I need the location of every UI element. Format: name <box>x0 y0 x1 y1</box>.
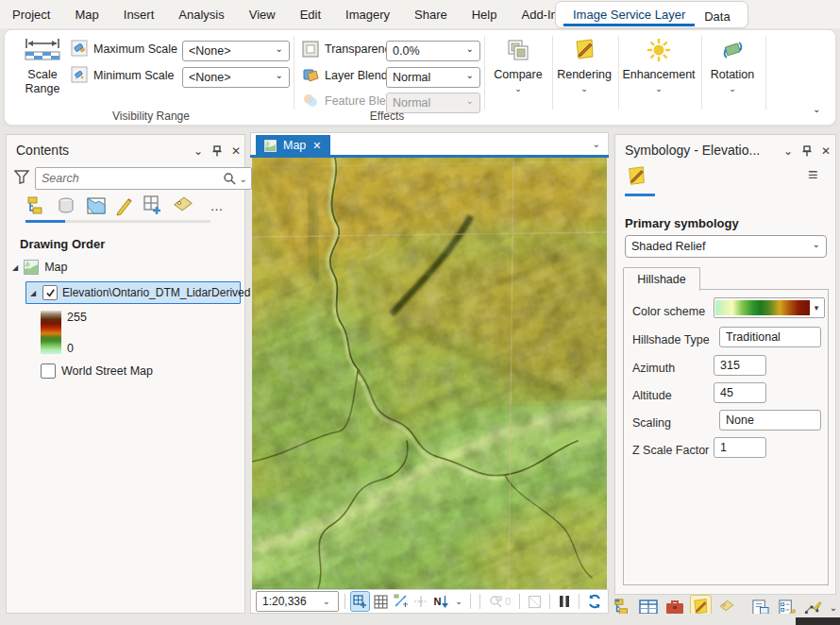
menu-project[interactable]: Project <box>0 0 62 28</box>
altitude-input[interactable] <box>714 382 766 403</box>
grid-button[interactable] <box>372 592 390 611</box>
scale-range-button[interactable]: Scale Range <box>16 38 69 117</box>
map-tab-bar: Map ✕ ⌄ <box>250 132 609 157</box>
more-tabs-ellipsis[interactable]: … <box>203 194 231 218</box>
tree-item-label: World Street Map <box>61 364 153 378</box>
menu-analysis[interactable]: Analysis <box>166 0 236 28</box>
expander-icon[interactable]: ◢ <box>12 263 18 272</box>
color-scheme-gradient <box>715 300 810 315</box>
toolbar-separator <box>479 594 480 609</box>
rendering-icon <box>572 38 596 62</box>
menu-hamburger-icon[interactable]: ≡ <box>808 165 818 185</box>
cache-status-button[interactable]: 0 <box>486 592 514 611</box>
pause-drawing-button[interactable] <box>556 592 574 611</box>
tab-image-service-layer[interactable]: Image Service Layer <box>563 3 695 26</box>
symbology-method-tab[interactable] <box>625 165 655 196</box>
map-scale-input[interactable] <box>260 594 323 609</box>
search-scope-chevron[interactable]: ⌄ <box>240 174 247 184</box>
color-scheme-dropdown[interactable]: ▾ <box>714 297 825 318</box>
search-input[interactable] <box>40 171 223 186</box>
chevron-down-icon: ⌄ <box>323 597 330 606</box>
search-icon[interactable] <box>223 172 236 185</box>
compare-button[interactable]: Compare ⌄ <box>488 38 548 117</box>
transparency-dropdown[interactable]: 0.0% <box>386 41 480 61</box>
z-scale-factor-label: Z Scale Factor <box>632 444 709 457</box>
scale-range-icon <box>24 38 61 62</box>
maximum-scale-label: Maximum Scale <box>93 42 177 56</box>
menu-view[interactable]: View <box>237 0 288 28</box>
visibility-range-group-label: Visibility Range <box>42 110 260 123</box>
maximum-scale-dropdown[interactable]: <None> <box>182 41 290 61</box>
menu-map[interactable]: Map <box>62 0 110 28</box>
pin-icon[interactable] <box>212 145 222 157</box>
tab-editing[interactable] <box>110 194 139 218</box>
map-view-tab[interactable]: Map ✕ <box>256 135 330 156</box>
hillshade-tab[interactable]: Hillshade <box>623 267 700 291</box>
collapse-ribbon-chevron[interactable]: ⌄ <box>813 104 820 114</box>
enhancement-icon <box>647 38 671 62</box>
tab-labeling[interactable] <box>169 194 197 218</box>
azimuth-input[interactable] <box>714 355 766 376</box>
menu-insert[interactable]: Insert <box>111 0 167 28</box>
filter-icon[interactable] <box>14 170 29 184</box>
close-icon[interactable]: ✕ <box>821 144 831 158</box>
close-icon[interactable]: ✕ <box>312 140 321 152</box>
north-arrow-button[interactable]: N <box>433 592 451 611</box>
layer-visibility-checkbox[interactable] <box>42 285 58 300</box>
map-scale-combo[interactable]: ⌄ <box>256 591 339 612</box>
refresh-button[interactable] <box>585 592 603 611</box>
menu-imagery[interactable]: Imagery <box>333 0 402 28</box>
group-divider <box>765 36 766 110</box>
dock-overflow-chevron[interactable]: ⌄ <box>830 602 837 613</box>
hillshade-type-input[interactable] <box>719 327 821 347</box>
snap-crosshair-button[interactable] <box>412 592 430 611</box>
rendering-icon <box>625 165 647 188</box>
minimum-scale-label: Minimum Scale <box>93 69 174 82</box>
expander-icon[interactable]: ◢ <box>30 289 36 297</box>
contextual-tab-group: Image Service Layer Data <box>555 1 748 28</box>
tree-item-world-street-map[interactable]: World Street Map <box>41 363 153 379</box>
status-strip <box>0 614 840 625</box>
layout-grid-button[interactable] <box>351 592 369 611</box>
altitude-label: Altitude <box>632 389 672 402</box>
rotation-button[interactable]: Rotation ⌄ <box>703 38 762 117</box>
chevron-down-icon[interactable]: ⌄ <box>193 144 203 158</box>
tab-snapping[interactable] <box>139 194 167 218</box>
north-options-chevron[interactable]: ⌄ <box>455 597 462 606</box>
tab-data[interactable]: Data <box>695 5 739 25</box>
map-tab-icon <box>264 140 277 152</box>
scaling-label: Scaling <box>632 416 671 430</box>
tree-item-map[interactable]: ◢ Map <box>12 260 67 275</box>
toolbar-separator <box>549 594 550 609</box>
layer-blend-dropdown[interactable]: Normal <box>386 67 480 88</box>
north-letter: N <box>433 596 441 607</box>
xy-coordinates-button[interactable] <box>392 592 410 611</box>
primary-symbology-dropdown[interactable]: Shaded Relief <box>625 235 827 258</box>
map-viewport[interactable] <box>252 158 607 589</box>
tab-selection[interactable] <box>82 194 110 218</box>
menu-share[interactable]: Share <box>402 0 460 28</box>
z-scale-factor-input[interactable] <box>714 437 766 458</box>
selection-box-button[interactable] <box>526 592 544 611</box>
tab-data-source[interactable] <box>52 194 80 218</box>
tab-drawing-order[interactable] <box>22 194 50 218</box>
tree-item-elevation-layer[interactable]: ◢ Elevation\Ontario_DTM_LidarDerived <box>25 281 241 304</box>
minimum-scale-dropdown[interactable]: <None> <box>182 67 290 88</box>
chevron-down-icon: ⌄ <box>580 85 588 93</box>
menu-edit[interactable]: Edit <box>288 0 333 28</box>
chevron-down-icon: ⌄ <box>729 85 736 93</box>
menu-help[interactable]: Help <box>460 0 510 28</box>
close-icon[interactable]: ✕ <box>231 144 241 158</box>
view-list-chevron[interactable]: ⌄ <box>593 139 600 149</box>
group-divider <box>484 36 485 110</box>
enhancement-button[interactable]: Enhancement ⌄ <box>620 38 697 117</box>
rendering-button[interactable]: Rendering ⌄ <box>554 38 614 117</box>
scaling-input[interactable] <box>719 410 821 431</box>
layer-blend-icon <box>302 66 319 83</box>
basemap-visibility-checkbox[interactable] <box>41 363 56 379</box>
pin-icon[interactable] <box>802 145 812 157</box>
group-divider <box>618 36 619 110</box>
chevron-down-icon[interactable]: ⌄ <box>783 144 793 158</box>
group-divider <box>701 36 702 110</box>
layer-blend-label: Layer Blend <box>325 69 388 82</box>
